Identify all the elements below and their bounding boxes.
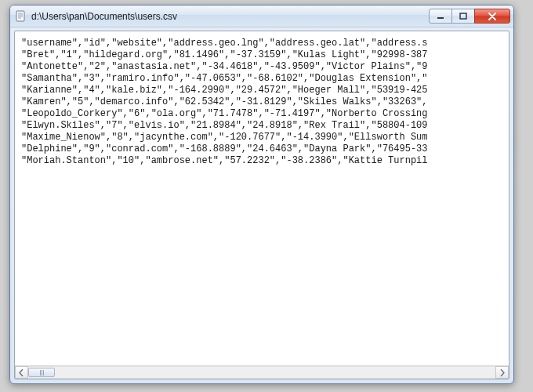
text-area[interactable]: "username","id","website","address.geo.l…: [15, 31, 509, 365]
text-line: "Antonette","2","anastasia.net","-34.461…: [21, 61, 502, 73]
editor-frame: "username","id","website","address.geo.l…: [14, 31, 509, 379]
window-title: d:\Users\pan\Documents\users.csv: [31, 11, 430, 22]
titlebar[interactable]: d:\Users\pan\Documents\users.csv: [10, 5, 513, 27]
svg-rect-2: [460, 13, 466, 19]
minimize-button[interactable]: [429, 9, 452, 24]
scroll-left-button[interactable]: [15, 366, 28, 379]
text-line: "Karianne","4","kale.biz","-164.2990","2…: [21, 85, 502, 96]
text-line: "Kamren","5","demarco.info","62.5342","-…: [21, 96, 502, 108]
scroll-right-button[interactable]: [495, 366, 509, 379]
text-line: "username","id","website","address.geo.l…: [21, 38, 502, 49]
scroll-track[interactable]: [28, 366, 495, 379]
close-button[interactable]: [474, 9, 510, 24]
window-controls: [430, 9, 510, 24]
maximize-button[interactable]: [451, 9, 475, 24]
text-line: "Delphine","9","conrad.com","-168.8889",…: [21, 143, 502, 155]
text-line: "Leopoldo_Corkery","6","ola.org","71.747…: [21, 108, 502, 120]
text-line: "Samantha","3","ramiro.info","-47.0653",…: [21, 73, 502, 85]
window-frame: d:\Users\pan\Documents\users.csv "userna…: [9, 5, 514, 384]
text-line: "Moriah.Stanton","10","ambrose.net","57.…: [21, 155, 502, 167]
text-line: "Bret","1","hildegard.org","81.1496","-3…: [21, 49, 502, 61]
horizontal-scrollbar[interactable]: [15, 365, 509, 379]
text-line: "Maxime_Nienow","8","jacynthe.com","-120…: [21, 132, 502, 143]
text-line: "Elwyn.Skiles","7","elvis.io","21.8984",…: [21, 120, 502, 132]
app-icon: [15, 10, 27, 23]
scroll-thumb[interactable]: [28, 368, 55, 377]
svg-rect-1: [437, 17, 444, 19]
